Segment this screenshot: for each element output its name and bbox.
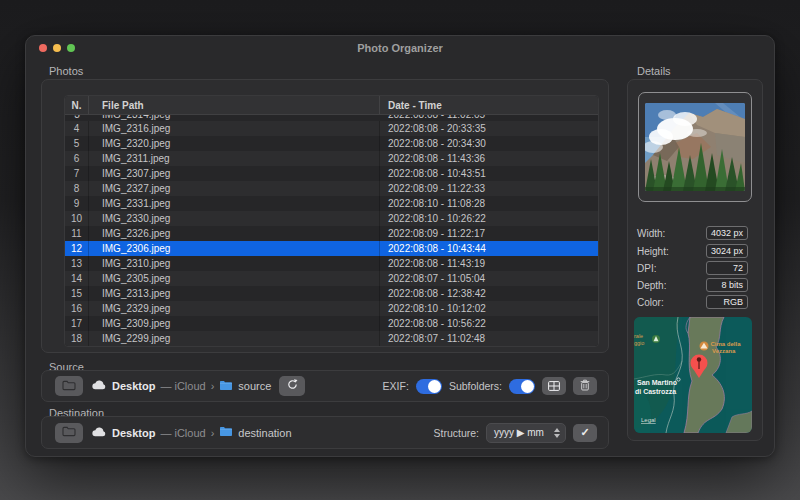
color-field: Color: RGB <box>637 295 748 309</box>
table-row[interactable]: 15IMG_2313.jpeg2022:08:08 - 12:38:42 <box>65 286 598 301</box>
table-row[interactable]: 13IMG_2310.jpeg2022:08:08 - 11:43:19 <box>65 256 598 271</box>
destination-path: Desktop — iCloud › destination <box>91 426 292 439</box>
window-title: Photo Organizer <box>26 36 774 60</box>
traffic-lights <box>39 44 75 52</box>
photo-preview <box>645 103 745 191</box>
table-row[interactable]: 4IMG_2316.jpeg2022:08:08 - 20:33:35 <box>65 121 598 136</box>
exif-label: EXIF: <box>383 380 409 392</box>
row-file-path: IMG_2311.jpeg <box>89 151 380 166</box>
table-row[interactable]: 14IMG_2305.jpeg2022:08:07 - 11:05:04 <box>65 271 598 286</box>
row-datetime: 2022:08:09 - 11:22:33 <box>380 181 598 196</box>
width-label: Width: <box>637 228 665 239</box>
table-row[interactable]: 6IMG_2311.jpeg2022:08:08 - 11:43:36 <box>65 151 598 166</box>
row-datetime: 2022:08:08 - 10:43:51 <box>380 166 598 181</box>
row-file-path: IMG_2320.jpeg <box>89 136 380 151</box>
folder-icon <box>219 426 233 439</box>
color-value: RGB <box>706 295 748 309</box>
choose-destination-folder-button[interactable] <box>55 423 83 443</box>
row-datetime: 2022:08:07 - 11:05:04 <box>380 271 598 286</box>
row-file-path: IMG_2327.jpeg <box>89 181 380 196</box>
width-value: 4032 px <box>706 226 748 240</box>
source-folder-name: source <box>238 380 271 392</box>
map-partial-label-line2: ggio <box>634 340 644 346</box>
trash-icon <box>580 379 590 394</box>
close-button[interactable] <box>39 44 47 52</box>
table-row[interactable]: 12IMG_2306.jpeg2022:08:08 - 10:43:44 <box>65 241 598 256</box>
app-window: Photo Organizer Photos N. File Path Date… <box>25 35 775 457</box>
row-datetime: 2022:08:08 - 20:33:35 <box>380 121 598 136</box>
chevron-up-down-icon <box>551 428 563 438</box>
row-datetime: 2022:08:08 - 12:38:42 <box>380 286 598 301</box>
refresh-button[interactable] <box>279 376 305 396</box>
table-row[interactable]: 16IMG_2329.jpeg2022:08:10 - 10:12:02 <box>65 301 598 316</box>
refresh-icon <box>286 378 299 394</box>
depth-label: Depth: <box>637 280 666 291</box>
row-datetime: 2022:08:10 - 10:12:02 <box>380 301 598 316</box>
row-number: 7 <box>65 166 89 181</box>
table-row[interactable]: 18IMG_2299.jpeg2022:08:07 - 11:02:48 <box>65 331 598 346</box>
toggle-knob <box>428 380 441 393</box>
location-map[interactable]: rale ggio Cima della Vezzana San Martino… <box>634 317 752 433</box>
row-file-path: IMG_2306.jpeg <box>89 241 380 256</box>
row-file-path: IMG_2299.jpeg <box>89 331 380 346</box>
table-row[interactable]: 9IMG_2331.jpeg2022:08:10 - 11:08:28 <box>65 196 598 211</box>
folder-icon <box>219 380 233 393</box>
source-account: — iCloud <box>160 380 205 392</box>
grid-view-icon <box>548 379 560 394</box>
table-row[interactable]: 8IMG_2327.jpeg2022:08:09 - 11:22:33 <box>65 181 598 196</box>
table-header: N. File Path Date - Time <box>65 96 598 115</box>
height-label: Height: <box>637 246 669 257</box>
row-number: 13 <box>65 256 89 271</box>
subfolders-toggle[interactable] <box>509 379 535 394</box>
checkmark-icon: ✓ <box>580 426 589 439</box>
table-row[interactable]: 5IMG_2320.jpeg2022:08:08 - 20:34:30 <box>65 136 598 151</box>
row-number: 15 <box>65 286 89 301</box>
row-datetime: 2022:08:10 - 10:26:22 <box>380 211 598 226</box>
width-field: Width: 4032 px <box>637 226 748 240</box>
exif-toggle[interactable] <box>416 379 442 394</box>
row-file-path: IMG_2330.jpeg <box>89 211 380 226</box>
row-file-path: IMG_2309.jpeg <box>89 316 380 331</box>
titlebar: Photo Organizer <box>26 36 774 60</box>
destination-bar: Desktop — iCloud › destination Structure… <box>41 416 609 449</box>
breadcrumb-separator: › <box>211 427 215 439</box>
trash-button[interactable] <box>573 377 597 395</box>
table-row[interactable]: 7IMG_2307.jpeg2022:08:08 - 10:43:51 <box>65 166 598 181</box>
row-number: 12 <box>65 241 89 256</box>
folder-open-icon <box>62 425 76 440</box>
depth-value: 8 bits <box>706 278 748 292</box>
details-section-label: Details <box>637 65 671 77</box>
row-number: 14 <box>65 271 89 286</box>
column-header-n[interactable]: N. <box>65 96 89 114</box>
map-peak-label-line1: Cima della <box>711 341 742 347</box>
row-file-path: IMG_2307.jpeg <box>89 166 380 181</box>
source-location: Desktop <box>112 380 155 392</box>
row-file-path: IMG_2310.jpeg <box>89 256 380 271</box>
row-number: 11 <box>65 226 89 241</box>
structure-dropdown-value: yyyy ▶ mm <box>487 427 551 438</box>
details-panel: Width: 4032 px Height: 3024 px DPI: 72 D… <box>627 79 763 441</box>
dpi-field: DPI: 72 <box>637 261 748 275</box>
table-row[interactable]: 17IMG_2309.jpeg2022:08:08 - 10:56:22 <box>65 316 598 331</box>
zoom-button[interactable] <box>67 44 75 52</box>
destination-account: — iCloud <box>160 427 205 439</box>
minimize-button[interactable] <box>53 44 61 52</box>
toggle-knob <box>521 380 534 393</box>
grid-view-button[interactable] <box>542 377 566 395</box>
photos-table: N. File Path Date - Time 3 IMG_2314.jpeg… <box>64 95 599 347</box>
confirm-button[interactable]: ✓ <box>573 424 597 442</box>
table-row[interactable]: 11IMG_2326.jpeg2022:08:09 - 11:22:17 <box>65 226 598 241</box>
row-file-path: IMG_2305.jpeg <box>89 271 380 286</box>
choose-source-folder-button[interactable] <box>55 376 83 396</box>
structure-dropdown[interactable]: yyyy ▶ mm <box>486 423 566 443</box>
photos-table-body: 4IMG_2316.jpeg2022:08:08 - 20:33:355IMG_… <box>65 121 598 346</box>
table-row[interactable]: 10IMG_2330.jpeg2022:08:10 - 10:26:22 <box>65 211 598 226</box>
row-number: 17 <box>65 316 89 331</box>
photos-section-label: Photos <box>49 65 83 77</box>
map-town-label-line2: di Castrozza <box>635 388 676 395</box>
column-header-file-path[interactable]: File Path <box>89 96 380 114</box>
folder-open-icon <box>62 379 76 394</box>
map-legal-link[interactable]: Legal <box>641 417 656 423</box>
column-header-datetime[interactable]: Date - Time <box>380 96 598 114</box>
map-peak-label-line2: Vezzana <box>712 348 736 354</box>
